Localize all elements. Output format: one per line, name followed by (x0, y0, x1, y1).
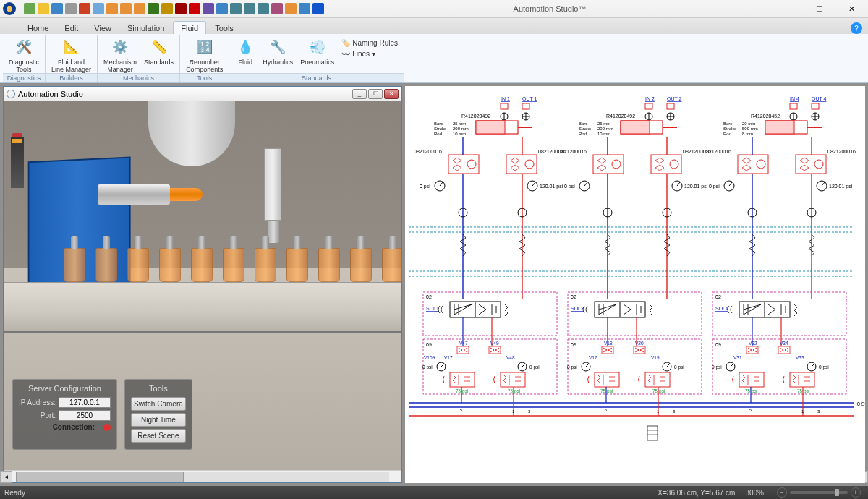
tab-view[interactable]: View (87, 22, 119, 34)
svg-line-124 (586, 364, 589, 367)
render-viewport[interactable]: Server Configuration IP Address: Port: C… (4, 101, 401, 470)
qat-zoom-in-button[interactable] (243, 2, 256, 15)
qat-save-button[interactable] (51, 2, 64, 15)
ribbon-naming-rules-button[interactable]: 🏷️Naming Rules (339, 38, 401, 48)
qat-paste-button[interactable] (133, 2, 146, 15)
tab-home[interactable]: Home (20, 22, 56, 34)
status-zoom: 300% (745, 489, 764, 497)
qat-layer-button[interactable] (202, 2, 215, 15)
reset-scene-button[interactable]: Reset Scene (131, 429, 186, 443)
svg-text:120.01 psi: 120.01 psi (684, 184, 708, 189)
schematic-canvas[interactable]: 0 St IN 1 OUT 1 R412020492 BoreStrokeRod… (405, 86, 865, 483)
maximize-button[interactable]: ☐ (803, 0, 835, 18)
panel-close-button[interactable]: ✕ (384, 89, 399, 99)
app-logo-icon (3, 2, 16, 15)
qat-record-button[interactable] (188, 2, 201, 15)
qat-help-button[interactable] (312, 2, 325, 15)
switch-camera-button[interactable]: Switch Camera (131, 397, 186, 411)
qat-stop-button[interactable] (174, 2, 187, 15)
qat-open-button[interactable] (37, 2, 50, 15)
qat-zoom-fit-button[interactable] (229, 2, 242, 15)
qat-pause-button[interactable] (161, 2, 174, 15)
svg-text:V17: V17 (589, 355, 597, 360)
connection-label: Connection: (19, 423, 95, 431)
svg-text:09: 09 (571, 342, 576, 347)
svg-text:75 psi: 75 psi (745, 388, 757, 394)
svg-rect-14 (522, 103, 529, 109)
ribbon-pneumatics-button[interactable]: 💨Pneumatics (297, 35, 337, 67)
svg-line-160 (729, 182, 732, 186)
help-icon[interactable]: ? (851, 22, 862, 34)
panel-3d-view: Automation Studio _ ☐ ✕ Server Configura… (3, 86, 402, 483)
zoom-out-button[interactable]: − (777, 487, 787, 498)
qat-run-button[interactable] (147, 2, 160, 15)
ribbon-fluid-button[interactable]: 💧Fluid (232, 35, 258, 67)
svg-line-127 (667, 364, 670, 367)
scroll-left-icon[interactable]: ◄ (0, 471, 12, 483)
close-button[interactable]: ✕ (835, 0, 868, 18)
ip-input[interactable] (59, 397, 111, 408)
minimize-button[interactable]: ─ (770, 0, 803, 18)
svg-text:V17: V17 (444, 355, 453, 360)
svg-text:120.01 psi: 120.01 psi (540, 184, 563, 189)
svg-point-91 (612, 160, 621, 169)
tab-tools[interactable]: Tools (208, 22, 241, 34)
ribbon-group-mechanics: Mechanics (98, 73, 179, 82)
qat-print-button[interactable] (64, 2, 77, 15)
qat-new-button[interactable] (23, 2, 36, 15)
svg-rect-8 (647, 426, 658, 440)
zoom-slider[interactable] (790, 491, 848, 494)
svg-rect-156 (796, 155, 826, 174)
ribbon-standards-button[interactable]: 📏Standards (141, 35, 176, 67)
svg-text:0 psi: 0 psi (564, 184, 575, 189)
tab-simulation[interactable]: Simulation (120, 22, 171, 34)
ribbon-hydraulics-button[interactable]: 🔧Hydraulics (260, 35, 296, 67)
tab-edit[interactable]: Edit (57, 22, 85, 34)
qat-cut-button[interactable] (106, 2, 119, 15)
qat-zoom-out-button[interactable] (257, 2, 270, 15)
tools-title: Tools (131, 384, 186, 393)
port-input[interactable] (59, 410, 111, 421)
svg-rect-77 (645, 103, 652, 109)
qat-undo-button[interactable] (78, 2, 91, 15)
svg-text:OUT 4: OUT 4 (812, 96, 827, 101)
qat-redo-button[interactable] (92, 2, 105, 15)
qat-ports-button[interactable] (284, 2, 297, 15)
scroll-thumb[interactable] (16, 472, 184, 482)
svg-text:3: 3 (817, 409, 820, 414)
qat-grid-button[interactable] (216, 2, 229, 15)
svg-line-190 (812, 364, 814, 367)
ribbon-fluid-and-line-manager-button[interactable]: 📐Fluid andLine Manager (48, 35, 94, 74)
svg-text:V20: V20 (635, 341, 644, 346)
night-time-button[interactable]: Night Time (131, 413, 186, 427)
zoom-in-button[interactable]: + (851, 487, 861, 498)
qat-snap-button[interactable] (271, 2, 284, 15)
panel-minimize-button[interactable]: _ (352, 89, 367, 99)
svg-rect-78 (667, 103, 674, 109)
diagnostic-icon: 🛠️ (14, 37, 34, 57)
svg-text:0 psi: 0 psi (567, 364, 577, 370)
svg-text:1: 1 (512, 409, 515, 414)
svg-rect-88 (621, 121, 650, 134)
svg-line-97 (584, 182, 587, 186)
panel-scrollbar[interactable]: ◄ ► (4, 470, 401, 482)
panel-maximize-button[interactable]: ☐ (368, 89, 383, 99)
bottles-row (61, 235, 401, 286)
svg-point-27 (467, 160, 476, 169)
ribbon-mechanism-manager-button[interactable]: ⚙️MechanismManager (101, 35, 140, 74)
svg-text:0821200016: 0821200016 (558, 149, 587, 154)
ribbon-diagnostic-tools-button[interactable]: 🛠️DiagnosticTools (6, 35, 42, 74)
svg-text:IN 1: IN 1 (501, 96, 510, 101)
svg-text:5: 5 (749, 408, 752, 412)
svg-rect-29 (506, 155, 537, 174)
qat-copy-button[interactable] (119, 2, 132, 15)
ribbon-renumber-components-button[interactable]: 🔢RenumberComponents (183, 35, 226, 74)
qat-sim-speed-button[interactable] (298, 2, 311, 15)
svg-text:V31: V31 (733, 355, 742, 360)
svg-text:V47: V47 (459, 341, 468, 346)
tank-3d (148, 101, 235, 166)
svg-text:IN 4: IN 4 (790, 96, 799, 101)
tab-fluid[interactable]: Fluid (173, 21, 206, 34)
svg-text:75 psi: 75 psi (797, 388, 809, 394)
ribbon-lines---button[interactable]: 〰️Lines ▾ (339, 49, 401, 59)
